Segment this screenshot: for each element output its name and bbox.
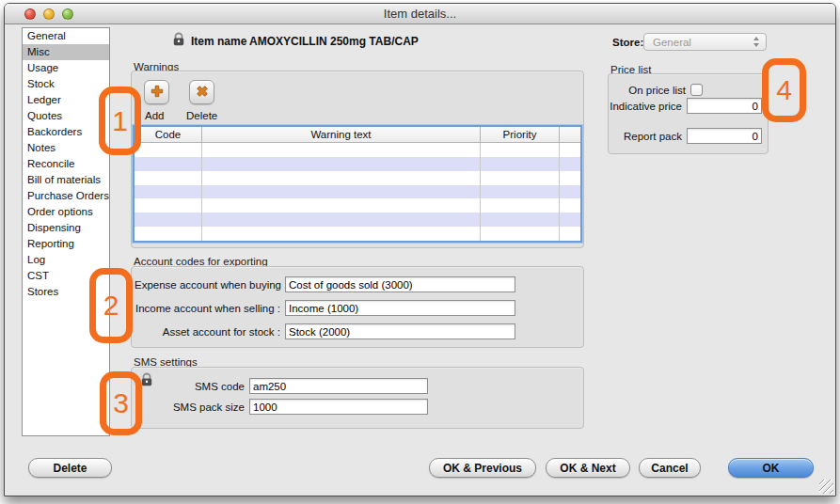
- warnings-table-cell: [202, 213, 481, 227]
- screenshot-root: Item details... GeneralMiscUsageStockLed…: [0, 0, 840, 504]
- store-dropdown[interactable]: General: [643, 33, 767, 51]
- warnings-table-cell: [202, 227, 481, 241]
- add-warning-button[interactable]: [144, 80, 169, 104]
- sms-pack-size-label: SMS pack size: [155, 402, 249, 413]
- warnings-table-row[interactable]: [135, 198, 580, 213]
- warnings-table-cell: [481, 185, 560, 199]
- delete-item-button[interactable]: Delete: [28, 458, 112, 478]
- warnings-table-cell: [202, 185, 481, 199]
- warnings-table-cell: [560, 198, 580, 213]
- sidebar-item-dispensing[interactable]: Dispensing: [23, 220, 109, 236]
- warnings-table-cell: [135, 227, 202, 241]
- report-pack-input[interactable]: [687, 128, 762, 144]
- sidebar-item-ledger[interactable]: Ledger: [23, 92, 109, 108]
- x-icon: [196, 85, 209, 100]
- warnings-table-cell: [135, 157, 202, 171]
- sidebar-item-bill-of-materials[interactable]: Bill of materials: [23, 172, 109, 188]
- warnings-table-cell: [560, 213, 580, 227]
- asset-account-for-stock-input[interactable]: [285, 323, 515, 339]
- warnings-table-cell: [560, 171, 580, 185]
- item-name-label: Item name: [191, 35, 246, 48]
- warnings-table-header: CodeWarning textPriority: [135, 127, 580, 143]
- warnings-table-cell: [560, 143, 580, 157]
- column-header-code[interactable]: Code: [135, 127, 202, 142]
- column-header-priority[interactable]: Priority: [481, 127, 560, 142]
- warnings-table-cell: [135, 198, 202, 213]
- warnings-table-cell: [481, 143, 560, 157]
- sidebar-item-general[interactable]: General: [23, 28, 109, 44]
- warnings-table-cell: [135, 143, 202, 157]
- warnings-table-cell: [560, 157, 580, 171]
- sidebar-item-usage[interactable]: Usage: [23, 60, 109, 76]
- warnings-table-cell: [135, 213, 202, 227]
- income-account-when-selling-input[interactable]: [285, 300, 515, 316]
- warnings-table-row[interactable]: [135, 227, 580, 241]
- add-warning-label: Add: [145, 110, 164, 121]
- asset-account-for-stock-label: Asset account for stock :: [135, 326, 285, 338]
- ok-button[interactable]: OK: [728, 458, 814, 478]
- sidebar-item-backorders[interactable]: Backorders: [23, 124, 109, 140]
- indicative-price-label: Indicative price: [608, 101, 687, 112]
- minimize-button[interactable]: [43, 8, 55, 20]
- warnings-table-body: [135, 143, 580, 241]
- warnings-table-cell: [202, 157, 481, 171]
- ok-previous-button[interactable]: OK & Previous: [429, 458, 536, 478]
- window-title: Item details...: [5, 4, 835, 24]
- sidebar-item-purchase-orders[interactable]: Purchase Orders: [23, 188, 109, 204]
- warnings-table-cell: [560, 185, 580, 199]
- delete-warning-button[interactable]: [189, 80, 214, 104]
- zoom-button[interactable]: [62, 8, 73, 20]
- lock-icon: [171, 32, 186, 48]
- sms-code-label: SMS code: [155, 381, 249, 392]
- store-dropdown-value: General: [653, 37, 691, 48]
- warnings-table-cell: [560, 227, 580, 241]
- warnings-table-row[interactable]: [135, 213, 580, 227]
- warnings-table: CodeWarning textPriority: [133, 125, 582, 243]
- report-pack-label: Report pack: [608, 131, 687, 142]
- callout-3: 3: [100, 371, 142, 435]
- on-price-list-checkbox[interactable]: [690, 84, 703, 96]
- title-bar: Item details...: [5, 4, 835, 24]
- popup-arrows-icon: [753, 37, 759, 47]
- sidebar-item-order-options[interactable]: Order options: [23, 204, 109, 220]
- sidebar-item-misc[interactable]: Misc: [23, 44, 109, 60]
- sidebar-item-reporting[interactable]: Reporting: [23, 236, 109, 252]
- sms-section: [131, 367, 584, 429]
- on-price-list-label: On price list: [611, 85, 690, 96]
- delete-warning-label: Delete: [186, 110, 217, 121]
- warnings-table-cell: [481, 227, 560, 241]
- warnings-table-cell: [202, 198, 481, 213]
- store-label: Store:: [612, 37, 643, 48]
- sms-pack-size-input[interactable]: [249, 399, 428, 415]
- callout-4: 4: [762, 58, 806, 122]
- sidebar-list: GeneralMiscUsageStockLedgerQuotesBackord…: [22, 27, 110, 436]
- sidebar-item-stock[interactable]: Stock: [23, 76, 109, 92]
- callout-2: 2: [89, 268, 133, 343]
- warnings-table-row[interactable]: [135, 171, 580, 185]
- close-button[interactable]: [24, 8, 36, 20]
- warnings-table-cell: [481, 213, 560, 227]
- sms-code-input[interactable]: [249, 378, 428, 394]
- warnings-table-cell: [481, 171, 560, 185]
- warnings-table-row[interactable]: [135, 185, 580, 199]
- income-account-when-selling-label: Income account when selling :: [135, 303, 285, 314]
- sidebar-item-log[interactable]: Log: [23, 252, 109, 268]
- sidebar-item-notes[interactable]: Notes: [23, 140, 109, 156]
- warnings-table-row[interactable]: [135, 157, 580, 171]
- expense-account-when-buying-label: Expense account when buying :: [135, 279, 285, 291]
- sidebar-item-quotes[interactable]: Quotes: [23, 108, 109, 124]
- sidebar-item-reconcile[interactable]: Reconcile: [23, 156, 109, 172]
- plus-icon: [151, 85, 164, 100]
- warnings-table-cell: [135, 171, 202, 185]
- warnings-table-row[interactable]: [135, 143, 580, 157]
- column-header-warning-text[interactable]: Warning text: [202, 127, 481, 142]
- ok-next-button[interactable]: OK & Next: [546, 458, 630, 478]
- cancel-button[interactable]: Cancel: [639, 458, 701, 478]
- warnings-table-cell: [135, 185, 202, 199]
- warnings-table-cell: [202, 143, 481, 157]
- column-header-gutter: [560, 127, 580, 142]
- indicative-price-input[interactable]: [687, 98, 762, 114]
- item-name-value: AMOXYCILLIN 250mg TAB/CAP: [249, 35, 419, 48]
- expense-account-when-buying-input[interactable]: [285, 276, 515, 292]
- resize-grip[interactable]: [819, 480, 833, 494]
